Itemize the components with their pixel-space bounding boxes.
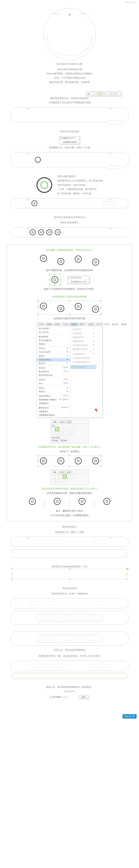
mright-0[interactable]: 左对齐(L)L [71,328,96,332]
dist-icons[interactable]: ⫞ ⫠ ⫟ ⇔ ⫞ ⫟ [52,475,87,478]
menu-5[interactable]: 效果(C) [78,323,86,326]
d6[interactable]: ⫟ [71,475,74,478]
mleft-16[interactable]: 遮罩(S)▶ [37,390,71,393]
al-vcenter[interactable]: ⫠ [55,427,59,431]
d2[interactable]: ⫠ [55,475,59,478]
menu-right[interactable]: 左对齐(L)L右对齐(R)R顶端对齐(T)T底端对齐(B)B水平居中对齐(C)E… [71,327,96,417]
mleft-7[interactable]: 变换(T)▶ [37,354,71,358]
mright-5[interactable]: 垂直居中对齐(E)C [71,347,96,351]
mleft-5[interactable]: 符号(Y)▶ [37,347,71,350]
dash-rect[interactable]: ↗ [12,569,127,579]
menu-6[interactable]: 位图(B) [87,323,94,326]
al-b3[interactable]: ▭ [59,432,63,435]
mleft-18[interactable]: 将轮廓转换为对象(E)Ctrl+Shift+Q [37,398,71,402]
mright-2[interactable]: 顶端对齐(T)T [71,335,96,339]
resize-arrow-icon[interactable]: ↗ [126,567,129,571]
d10[interactable]: ▭ [63,479,66,483]
mright-9[interactable]: ✓对齐与分布(A) [71,365,96,369]
pal-input-y[interactable] [61,439,69,442]
mleft-15[interactable]: 锁定(L)▶ [37,386,71,390]
align-dropdown[interactable]: 文件(F)编辑(E)视图(V)布局(L)对象(O)效果(C)位图(B)文本(T)… [36,322,103,417]
tab-dist[interactable]: 分布 [59,421,65,424]
menu-8[interactable]: 工具(T) [103,323,111,326]
group-ctx[interactable]: 组合 (Ctrl+G) 将对象组合到一起中 [67,276,89,284]
align-palette-2[interactable]: 对齐 分布 文本 ⫞ ⫠ ⫟ ⇔ ⫞ ⫟ ▭ ▭ ▭ ▭ [50,469,89,485]
mirror-toolbar[interactable]: ◐ ○ ● ↔ ⊡ ▢ ⊞ ⊟ ⋮ [86,91,121,96]
tab-dist2[interactable]: 分布 [59,471,65,474]
al-6[interactable]: ⫟ [71,427,74,431]
mleft-14[interactable]: 拆分Ctrl+K [37,381,71,385]
tool-7[interactable]: ⊟ [114,92,117,95]
menu-7[interactable]: 文本(T) [95,323,103,326]
menubar[interactable]: 文件(F)编辑(E)视图(V)布局(L)对象(O)效果(C)位图(B)文本(T)… [37,323,102,327]
group-row[interactable]: 组合 (Ctrl+G) [67,276,89,279]
mleft-21[interactable]: 对象属性(I) [37,410,71,413]
mright-4[interactable]: 水平居中对齐(C)E [71,343,96,347]
split-checkbox[interactable]: ✓ 拆分曲线 Ctrl+K [50,695,68,699]
al-b2[interactable]: ▭ [55,432,59,435]
align-icons-1b[interactable]: ▭ ▭ ▭ ▭ ▭ ▭ [52,432,87,435]
mright-7[interactable]: 在页面水平居中(H) [71,356,96,360]
al-b5[interactable]: ▭ [67,432,71,435]
mleft-20[interactable]: 叠印填充(F)Alt+Enter [37,406,71,410]
menu-3[interactable]: 布局(L) [62,323,70,326]
mleft-12[interactable]: 取消全部组合(N) [37,373,71,377]
al-5[interactable]: ⫠ [67,427,71,431]
tool-8[interactable]: ⋮ [117,92,121,95]
mright-6[interactable]: 在页面居中(P)P [71,352,96,356]
al-4[interactable]: ⫞ [63,427,66,431]
tool-4[interactable]: ⊡ [102,92,106,95]
d1[interactable]: ⫞ [52,475,55,478]
mright-3[interactable]: 底端对齐(B)B [71,339,96,343]
palette-tabs[interactable]: 对齐 分布 文本 [52,421,87,424]
d-hdist[interactable]: ⇔ [63,475,66,478]
mright-8[interactable]: 在页面垂直居中(V) [71,360,96,364]
mleft-19[interactable]: 连接曲线(J) [37,402,71,405]
tab-text[interactable]: 文本 [65,421,72,424]
menu-1[interactable]: 编辑(E) [46,323,53,326]
tab-align[interactable]: 对齐 [52,421,58,424]
mleft-13[interactable]: 合并(C)Ctrl+L [37,378,71,381]
mleft-8[interactable]: 对齐和分布(A)▶ [37,358,71,362]
menu-4[interactable]: 对象(O) [70,323,78,326]
d8[interactable]: ▭ [55,479,59,483]
checkbox-icon[interactable]: ✓ [50,696,52,698]
mleft-2[interactable]: 验证条形码 [37,335,71,339]
tool-2[interactable]: ● [94,92,98,95]
menu-left[interactable]: 插入条码(B)...插入 QR 码验证条形码插入新对象(W)...链接(K)..… [37,327,71,417]
pal-input-x[interactable] [52,439,60,442]
al-b6[interactable]: ▭ [71,432,74,435]
mleft-9[interactable]: 顺序(O)▶ [37,362,71,365]
tab-text2[interactable]: 文本 [65,471,72,474]
tool-6[interactable]: ⊞ [110,92,113,95]
d3[interactable]: ⫟ [59,475,63,478]
mleft-6[interactable]: PowerClip(W)▶ [37,350,71,353]
al-3[interactable]: ⫟ [59,427,63,431]
mright-1[interactable]: 右对齐(R)R [71,332,96,335]
mleft-1[interactable]: 插入 QR 码 [37,330,71,334]
menu-0[interactable]: 文件(F) [37,323,45,326]
al-b1[interactable]: ▭ [52,432,55,435]
site-badge[interactable]: 起点自学网 [123,714,137,718]
d5[interactable]: ⫞ [67,475,71,478]
split-button[interactable]: 拆分 [79,695,89,699]
align-icons-1[interactable]: ⫞ ⫠ ⫟ ⫞ ⫠ ⫟ [52,427,87,431]
mleft-22[interactable]: 对象图像管理器(N) [37,413,71,417]
ellipse-tool-row[interactable]: 椭圆形工具 (F7) [59,136,80,140]
menu-2[interactable]: 视图(V) [54,323,61,326]
tab-align2[interactable]: 对齐 [52,471,58,474]
al-1[interactable]: ⫞ [52,427,55,431]
menu-10[interactable]: 帮助(H) [120,323,128,326]
d9[interactable]: ▭ [59,479,63,483]
mleft-17[interactable]: 转换为曲线(V)Ctrl+Q [37,394,71,398]
d7[interactable]: ▭ [52,479,55,483]
tool-1[interactable]: ○ [91,92,94,95]
mleft-4[interactable]: 链接(K)... [37,342,71,346]
align-palette-1[interactable]: 对齐 分布 文本 对齐 ⫞ ⫠ ⫟ ⫞ ⫠ ⫟ ▭ ▭ ▭ ▭ ▭ ▭ 对齐对象… [50,419,89,443]
mleft-0[interactable]: 插入条码(B)... [37,327,71,330]
tool-0[interactable]: ◐ [87,92,90,95]
mleft-3[interactable]: 插入新对象(W)... [37,339,71,342]
tool-5[interactable]: ▢ [106,92,109,95]
menu-9[interactable]: 窗口(W) [111,323,119,326]
al-b4[interactable]: ▭ [63,432,66,435]
